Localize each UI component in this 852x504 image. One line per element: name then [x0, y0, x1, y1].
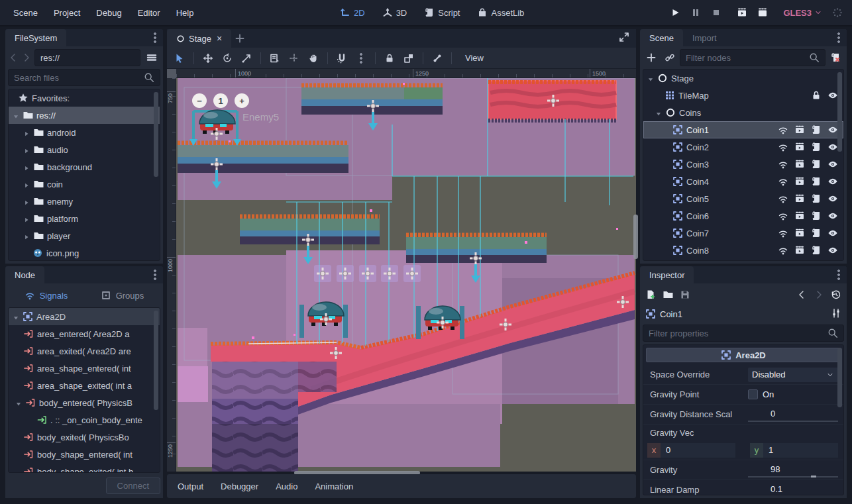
script-icon[interactable] — [811, 193, 822, 204]
ruler-mode-button[interactable] — [287, 53, 301, 64]
signal-connection-icon[interactable] — [778, 245, 788, 256]
close-tab-icon[interactable]: × — [217, 33, 222, 44]
gravity-vec-x-field[interactable]: x 0 — [647, 443, 735, 458]
signal-row[interactable]: area_shape_entered( int — [9, 360, 160, 377]
scale-tool-button[interactable] — [239, 53, 254, 64]
2d-viewport[interactable]: 1000 1250 1500 750 1000 1250 — [167, 69, 636, 472]
tab-audio[interactable]: Audio — [276, 481, 297, 491]
panel-menu-icon[interactable] — [837, 270, 840, 280]
tab-inspector[interactable]: Inspector — [640, 266, 694, 283]
history-back-button[interactable] — [8, 52, 19, 63]
slider-handle[interactable] — [750, 495, 755, 496]
tab-animation[interactable]: Animation — [315, 481, 353, 491]
menu-scene[interactable]: Scene — [5, 8, 46, 18]
signal-row-expanded[interactable]: body_entered( PhysicsB — [9, 394, 160, 411]
expand-caret-icon[interactable] — [647, 75, 654, 81]
zoom-out-button[interactable]: − — [192, 93, 207, 108]
vertical-scrollbar[interactable] — [633, 215, 638, 259]
tree-row-file[interactable]: icon.png — [9, 244, 160, 261]
favorites-row[interactable]: Favorites: — [9, 89, 160, 107]
signal-root-row[interactable]: Area2D — [9, 308, 160, 325]
tab-output[interactable]: Output — [178, 481, 203, 491]
view-menu-button[interactable]: View — [458, 53, 490, 63]
menu-debug[interactable]: Debug — [88, 8, 129, 18]
search-files-input[interactable]: Search files — [8, 69, 160, 86]
panel-menu-icon[interactable] — [154, 32, 156, 43]
group-icon[interactable] — [794, 176, 805, 187]
visibility-eye-icon[interactable] — [827, 211, 838, 221]
lock-icon[interactable] — [811, 90, 822, 101]
collapse-caret-icon[interactable] — [23, 215, 30, 222]
gravity-field[interactable]: 98 — [748, 463, 838, 478]
pause-button[interactable] — [690, 7, 701, 18]
visibility-eye-icon[interactable] — [827, 159, 838, 170]
visibility-eye-icon[interactable] — [827, 228, 838, 238]
menu-project[interactable]: Project — [46, 8, 88, 18]
tree-row-coin[interactable]: Coin4 — [643, 173, 843, 190]
tree-row-folder[interactable]: android — [9, 124, 160, 141]
tab-stage-scene[interactable]: Stage × — [167, 29, 231, 48]
signal-row[interactable]: body_exited( PhysicsBo — [9, 428, 160, 446]
tree-row-stage[interactable]: Stage — [643, 70, 843, 87]
tab-scene[interactable]: Scene — [640, 29, 683, 46]
play-button[interactable] — [670, 7, 680, 18]
tab-debugger[interactable]: Debugger — [221, 481, 258, 491]
tree-row-folder[interactable]: enemy — [9, 193, 160, 210]
smart-snap-button[interactable] — [335, 53, 349, 64]
distraction-free-button[interactable] — [619, 32, 629, 44]
rotate-tool-button[interactable] — [220, 53, 235, 64]
scrollbar-thumb[interactable] — [837, 348, 842, 407]
play-custom-scene-button[interactable] — [757, 7, 768, 18]
panel-menu-icon[interactable] — [837, 32, 840, 43]
script-icon[interactable] — [811, 125, 822, 135]
expand-caret-icon[interactable] — [13, 112, 19, 119]
instance-scene-button[interactable] — [661, 49, 678, 66]
collapse-caret-icon[interactable] — [23, 164, 30, 170]
renderer-dropdown[interactable]: GLES3 — [783, 8, 822, 18]
collapse-caret-icon[interactable] — [23, 146, 30, 153]
tab-groups[interactable]: Groups — [84, 286, 160, 305]
group-icon[interactable] — [794, 142, 805, 152]
new-resource-button[interactable] — [645, 289, 656, 300]
detach-script-button[interactable] — [827, 49, 844, 66]
group-icon[interactable] — [794, 159, 805, 170]
script-icon[interactable] — [811, 228, 822, 238]
skeleton-options-button[interactable] — [430, 53, 445, 64]
tree-row-folder[interactable]: background — [9, 158, 160, 176]
history-back-button[interactable] — [796, 289, 807, 300]
object-tools-button[interactable] — [831, 308, 841, 319]
space-override-dropdown[interactable]: Disabled — [748, 368, 838, 382]
mode-script-button[interactable]: Script — [419, 5, 465, 21]
load-resource-button[interactable] — [663, 289, 673, 300]
visibility-eye-icon[interactable] — [827, 142, 838, 152]
play-scene-button[interactable] — [737, 7, 747, 18]
coin-gizmos[interactable] — [314, 265, 421, 282]
filter-properties-input[interactable]: Filter properties — [643, 325, 844, 342]
visibility-eye-icon[interactable] — [827, 125, 838, 135]
tree-row-folder[interactable]: platform — [9, 210, 160, 227]
tree-row-folder[interactable]: coin — [9, 176, 160, 193]
signal-row[interactable]: area_shape_exited( int a — [9, 377, 160, 394]
tree-row-folder[interactable]: player — [9, 227, 160, 244]
move-tool-button[interactable] — [201, 53, 215, 64]
tab-signals[interactable]: Signals — [8, 286, 84, 305]
mode-3d-button[interactable]: 3D — [377, 5, 413, 21]
category-header-area2d[interactable]: Area2D — [646, 348, 841, 362]
history-forward-button[interactable] — [814, 289, 824, 300]
tree-row-coin[interactable]: Coin2 — [643, 138, 843, 156]
tree-row-coin[interactable]: Coin7 — [643, 225, 843, 242]
mode-assetlib-button[interactable]: AssetLib — [472, 5, 529, 21]
signal-row[interactable]: area_entered( Area2D a — [9, 325, 160, 342]
group-icon[interactable] — [794, 228, 805, 238]
gravity-vec-y-field[interactable]: y 1 — [750, 443, 838, 458]
signal-connection-icon[interactable] — [778, 142, 788, 152]
collapse-caret-icon[interactable] — [23, 181, 30, 187]
group-icon[interactable] — [794, 125, 805, 135]
path-field[interactable]: res:// — [34, 49, 140, 66]
tab-filesystem[interactable]: FileSystem — [5, 29, 66, 46]
signal-connection-icon[interactable] — [778, 159, 788, 170]
expand-caret-icon[interactable] — [13, 313, 19, 320]
scrollbar-thumb[interactable] — [154, 92, 158, 177]
pan-tool-button[interactable] — [306, 53, 321, 64]
script-icon[interactable] — [811, 176, 822, 187]
